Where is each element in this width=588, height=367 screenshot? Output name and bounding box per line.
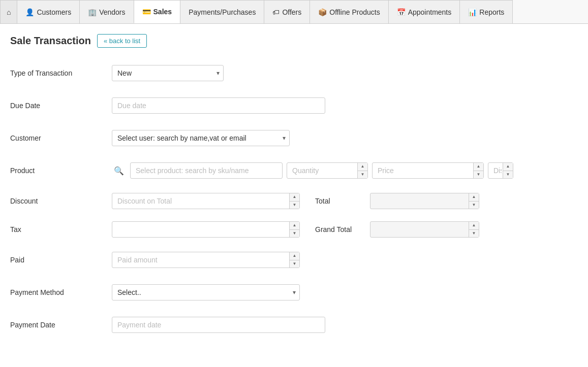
transaction-type-control: New Return Exchange ▾ [112,65,578,81]
discount-up-button[interactable]: ▲ [290,193,299,202]
total-spinner: ▲ ▼ [469,193,479,209]
paid-input[interactable] [112,252,300,268]
paid-control: ▲ ▼ [112,252,578,268]
due-date-label: Due Date [10,102,112,110]
payment-date-input[interactable] [112,317,325,333]
total-up-button[interactable]: ▲ [469,193,479,202]
home-icon: ⌂ [7,8,11,16]
grand-total-down-button[interactable]: ▼ [469,230,479,238]
nav-tab-home[interactable]: ⌂ [0,0,17,23]
paid-wrapper: ▲ ▼ [112,252,300,268]
customer-control: Select user: search by name,vat or email… [112,130,578,146]
product-label: Product [10,166,112,175]
discount-down-button[interactable]: ▼ [290,202,299,209]
discount-stub-wrapper: ▲ ▼ [488,162,513,179]
back-to-list-button[interactable]: « back to list [97,34,147,48]
quantity-up-button[interactable]: ▲ [358,163,367,171]
nav-tab-vendors[interactable]: 🏢 Vendors [79,0,134,23]
nav-label-sales: Sales [153,8,172,16]
grand-total-label: Grand Total [315,225,366,233]
discount-stub-spinner: ▲ ▼ [503,163,513,178]
customer-select-wrapper: Select user: search by name,vat or email… [112,130,290,146]
appointments-icon: 📅 [397,8,406,16]
quantity-wrapper: ▲ ▼ [287,162,368,179]
customer-select[interactable]: Select user: search by name,vat or email [112,130,290,146]
nav-label-offline-products: Offline Products [329,8,380,16]
paid-spinner: ▲ ▼ [289,252,299,268]
tax-spinner: ▲ ▼ [289,222,299,237]
quantity-down-button[interactable]: ▼ [358,171,367,179]
product-control: 🔍 ▲ ▼ ▲ ▼ ▲ ▼ [112,162,578,179]
magnifier-icon: 🔍 [114,166,124,175]
total-input[interactable]: 0 [370,193,479,209]
tax-up-button[interactable]: ▲ [290,222,299,230]
grand-total-input[interactable]: 0 [370,221,479,238]
product-search-input[interactable] [130,162,283,179]
page-title: Sale Transaction [10,35,91,47]
tax-input[interactable]: 0 [112,221,300,238]
product-row: Product 🔍 ▲ ▼ ▲ ▼ [10,160,578,181]
nav-tab-customers[interactable]: 👤 Customers [17,0,80,23]
nav-tab-payments[interactable]: Payments/Purchases [180,0,264,23]
payment-method-label: Payment Method [10,288,112,296]
payment-method-select[interactable]: Select.. Cash Card Bank Transfer [112,284,300,301]
tax-wrapper: 0 ▲ ▼ [112,221,300,238]
due-date-input[interactable] [112,97,325,114]
paid-label: Paid [10,256,112,264]
customer-label: Customer [10,134,112,142]
tax-control: 0 ▲ ▼ [112,221,300,238]
payment-method-row: Payment Method Select.. Cash Card Bank T… [10,282,578,303]
transaction-type-label: Type of Transaction [10,69,112,77]
paid-row: Paid ▲ ▼ [10,250,578,270]
discount-stub-down-button[interactable]: ▼ [503,171,513,179]
offline-products-icon: 📦 [318,8,327,16]
tax-grandtotal-row: Tax 0 ▲ ▼ Grand Total 0 ▲ ▼ [10,221,578,238]
discount-input[interactable] [112,193,300,209]
price-down-button[interactable]: ▼ [474,171,483,179]
total-down-button[interactable]: ▼ [469,202,479,209]
discount-control: ▲ ▼ [112,193,300,209]
tax-down-button[interactable]: ▼ [290,230,299,238]
transaction-type-wrapper: New Return Exchange ▾ [112,65,224,81]
price-wrapper: ▲ ▼ [372,162,484,179]
reports-icon: 📊 [468,8,477,16]
sales-icon: 💳 [142,8,151,16]
total-control: Total 0 ▲ ▼ [315,193,479,209]
paid-up-button[interactable]: ▲ [290,252,299,260]
due-date-control [112,97,578,114]
page-content: Sale Transaction « back to list Type of … [0,24,588,357]
tax-label: Tax [10,225,112,233]
discount-total-row: Discount ▲ ▼ Total 0 ▲ ▼ [10,193,578,209]
product-search-icon-button[interactable]: 🔍 [112,164,126,178]
payment-date-control [112,317,578,333]
nav-tab-offers[interactable]: 🏷 Offers [264,0,310,23]
quantity-spinner: ▲ ▼ [357,163,367,178]
nav-label-vendors: Vendors [99,8,125,16]
payment-date-row: Payment Date [10,315,578,335]
payment-date-label: Payment Date [10,321,112,329]
nav-tab-reports[interactable]: 📊 Reports [459,0,513,23]
vendors-icon: 🏢 [88,8,97,16]
discount-label: Discount [10,197,112,205]
discount-spinner: ▲ ▼ [289,193,299,209]
grand-total-up-button[interactable]: ▲ [469,222,479,230]
price-up-button[interactable]: ▲ [474,163,483,171]
grand-total-wrapper: 0 ▲ ▼ [370,221,479,238]
paid-down-button[interactable]: ▼ [290,260,299,268]
quantity-input[interactable] [287,162,368,179]
transaction-type-row: Type of Transaction New Return Exchange … [10,63,578,83]
nav-tab-appointments[interactable]: 📅 Appointments [388,0,460,23]
navbar: ⌂ 👤 Customers 🏢 Vendors 💳 Sales Payments… [0,0,588,24]
nav-tab-offline-products[interactable]: 📦 Offline Products [310,0,388,23]
nav-tab-sales[interactable]: 💳 Sales [134,0,181,23]
grand-total-control: Grand Total 0 ▲ ▼ [315,221,479,238]
nav-label-customers: Customers [37,8,71,16]
discount-stub-up-button[interactable]: ▲ [503,163,513,171]
payment-method-wrapper: Select.. Cash Card Bank Transfer ▾ [112,284,300,301]
nav-label-reports: Reports [479,8,504,16]
price-input[interactable] [372,162,484,179]
customers-icon: 👤 [25,8,34,16]
transaction-type-select[interactable]: New Return Exchange [112,65,224,81]
nav-label-offers: Offers [282,8,301,16]
customer-row: Customer Select user: search by name,vat… [10,128,578,148]
